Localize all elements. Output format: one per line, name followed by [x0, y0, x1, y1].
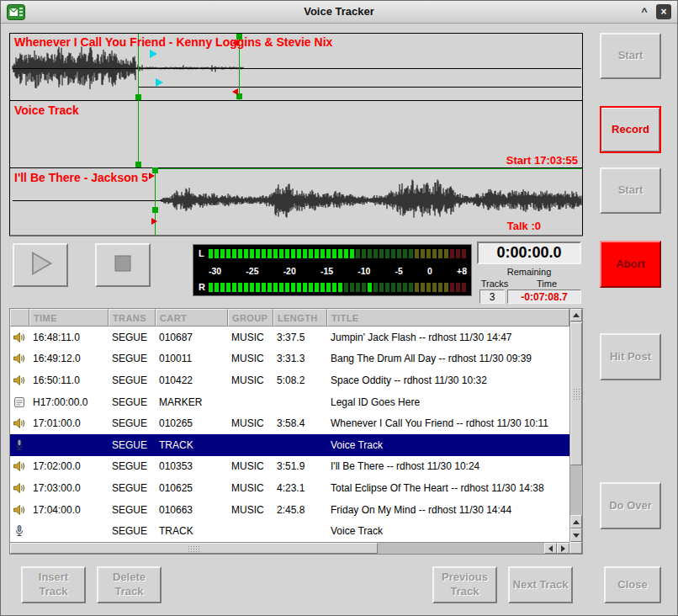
cell-cart: 010353: [156, 460, 228, 472]
scroll-down-icon[interactable]: [570, 528, 582, 542]
record-button[interactable]: Record: [600, 106, 661, 153]
cell-length: 4:23.1: [273, 482, 327, 494]
stop-icon: [110, 251, 135, 280]
edit-handle[interactable]: [152, 167, 158, 173]
horizontal-scroll-thumb[interactable]: [10, 543, 378, 554]
scroll-up-icon[interactable]: [570, 515, 582, 528]
log-row[interactable]: SEGUETRACKVoice Track: [10, 434, 569, 456]
scale-tick: -30: [209, 266, 221, 276]
log-row[interactable]: 16:50:11.0SEGUE010422MUSIC5:08.2Space Od…: [10, 369, 569, 391]
delete-track-button[interactable]: Delete Track: [97, 566, 162, 603]
waveform-canvas[interactable]: [9, 33, 583, 236]
column-header-cart[interactable]: CART: [156, 309, 228, 327]
cell-title: Jumpin' Jack Flash -- rdhost 11/30 14:47: [327, 332, 569, 343]
column-header-time[interactable]: TIME: [29, 309, 109, 327]
hit-post-button[interactable]: Hit Post: [600, 333, 661, 380]
cell-cart: 010687: [156, 332, 228, 343]
cell-group: MUSIC: [228, 460, 273, 472]
log-row[interactable]: SEGUETRACKVoice Track: [10, 520, 569, 542]
scale-tick: 0: [427, 266, 432, 276]
track3-title: I'll Be There - Jackson 5: [14, 171, 148, 184]
start-1-button[interactable]: Start: [600, 33, 661, 79]
marker-icon: [10, 396, 29, 409]
cell-trans: SEGUE: [109, 417, 156, 429]
close-window-icon[interactable]: ×: [656, 4, 671, 19]
next-track-button[interactable]: Next Track: [508, 566, 573, 603]
scale-tick: -20: [283, 266, 296, 276]
cell-time: 17:01:00.0: [29, 417, 109, 429]
cell-trans: SEGUE: [109, 374, 156, 386]
start-2-button[interactable]: Start: [600, 167, 661, 214]
log-table: TIME TRANS CART GROUP LENGTH TITLE 16:48…: [9, 308, 583, 555]
track2-title: Voice Track: [14, 104, 79, 117]
cell-title: Voice Track: [327, 439, 569, 451]
log-row[interactable]: H17:00:00.0SEGUEMARKERLegal ID Goes Here: [10, 391, 569, 413]
cell-trans: SEGUE: [109, 353, 156, 364]
fade-marker-icon[interactable]: [151, 218, 157, 225]
time-label: Time: [512, 279, 581, 289]
scroll-left-icon[interactable]: [544, 543, 557, 554]
close-button[interactable]: Close: [604, 566, 661, 603]
mic-icon: [10, 524, 29, 538]
meter-right-label: R: [199, 283, 209, 292]
log-rows: 16:48:11.0SEGUE010687MUSIC3:37.5Jumpin' …: [10, 327, 569, 542]
cell-title: I'll Be There -- rdhost 11/30 10:24: [327, 460, 569, 472]
mic-icon: [10, 438, 29, 452]
column-header-trans[interactable]: TRANS: [109, 309, 156, 327]
fade-marker-icon[interactable]: [149, 173, 155, 179]
cell-title: Legal ID Goes Here: [327, 396, 569, 408]
log-row[interactable]: 17:04:00.0SEGUE010663MUSIC2:45.8Friday O…: [10, 499, 569, 521]
remaining-time-value: -0:07:08.7: [507, 289, 581, 304]
log-row[interactable]: 17:02:00.0SEGUE010353MUSIC3:51.9I'll Be …: [10, 456, 569, 478]
column-header-length[interactable]: LENGTH: [273, 309, 327, 327]
remaining-panel: Remaining Tracks Time 3 -0:07:08.7: [477, 267, 581, 305]
waveform-track3: [161, 179, 581, 217]
speaker-icon: [10, 331, 29, 344]
waveform-panel[interactable]: Whenever I Call You Friend - Kenny Loggi…: [9, 33, 583, 236]
playback-marker-icon: [150, 50, 157, 58]
vertical-scroll-thumb[interactable]: [570, 322, 582, 465]
track1-title: Whenever I Call You Friend - Kenny Loggi…: [14, 35, 332, 49]
scale-tick: -10: [358, 266, 370, 276]
window-title: Voice Tracker: [1, 5, 677, 18]
speaker-icon: [10, 503, 29, 517]
column-header-icon[interactable]: [10, 309, 29, 327]
do-over-button[interactable]: Do Over: [600, 482, 661, 529]
scale-tick: +8: [457, 266, 467, 276]
remaining-label: Remaining: [477, 267, 581, 277]
cell-group: MUSIC: [228, 504, 273, 516]
scale-tick: -15: [320, 266, 333, 276]
log-row[interactable]: 17:03:00.0SEGUE010625MUSIC4:23.1Total Ec…: [10, 477, 569, 499]
track3-talk-time: Talk :0: [507, 220, 541, 232]
fade-marker-icon[interactable]: [232, 88, 238, 95]
cell-title: Whenever I Call You Friend -- rdhost 11/…: [327, 417, 569, 429]
level-meter: L -30 -25 -20 -15 -10 -5 0 +8 R: [193, 244, 472, 296]
log-row[interactable]: 17:01:00.0SEGUE010265MUSIC3:58.4Whenever…: [10, 412, 569, 434]
scroll-right-icon[interactable]: [557, 543, 569, 554]
abort-button[interactable]: Abort: [600, 241, 661, 288]
scroll-up-icon[interactable]: [570, 309, 582, 321]
play-button[interactable]: [13, 243, 68, 287]
horizontal-scrollbar[interactable]: [10, 542, 569, 554]
column-header-group[interactable]: GROUP: [228, 309, 273, 327]
cell-time: 17:02:00.0: [29, 460, 109, 472]
previous-track-button[interactable]: Previous Track: [432, 566, 497, 603]
cell-length: 3:58.4: [273, 417, 327, 429]
cell-cart: 010011: [156, 353, 228, 364]
vertical-scrollbar[interactable]: [569, 309, 582, 542]
edit-handle[interactable]: [135, 162, 141, 167]
log-row[interactable]: 16:48:11.0SEGUE010687MUSIC3:37.5Jumpin' …: [10, 327, 569, 348]
log-header: TIME TRANS CART GROUP LENGTH TITLE: [10, 309, 569, 327]
edit-handle[interactable]: [135, 94, 141, 100]
cell-time: 17:04:00.0: [29, 504, 109, 516]
meter-scale: -30 -25 -20 -15 -10 -5 0 +8: [209, 266, 467, 276]
log-row[interactable]: 16:49:12.0SEGUE010011MUSIC3:31.3Bang The…: [10, 348, 569, 370]
column-header-title[interactable]: TITLE: [327, 309, 569, 327]
stop-button[interactable]: [95, 243, 151, 287]
edit-handle[interactable]: [152, 207, 158, 213]
shade-window-icon[interactable]: ^: [637, 4, 652, 19]
cell-length: 3:37.5: [273, 332, 327, 343]
titlebar: Voice Tracker ^ ×: [1, 1, 677, 24]
speaker-icon: [10, 481, 29, 495]
insert-track-button[interactable]: Insert Track: [21, 566, 86, 603]
